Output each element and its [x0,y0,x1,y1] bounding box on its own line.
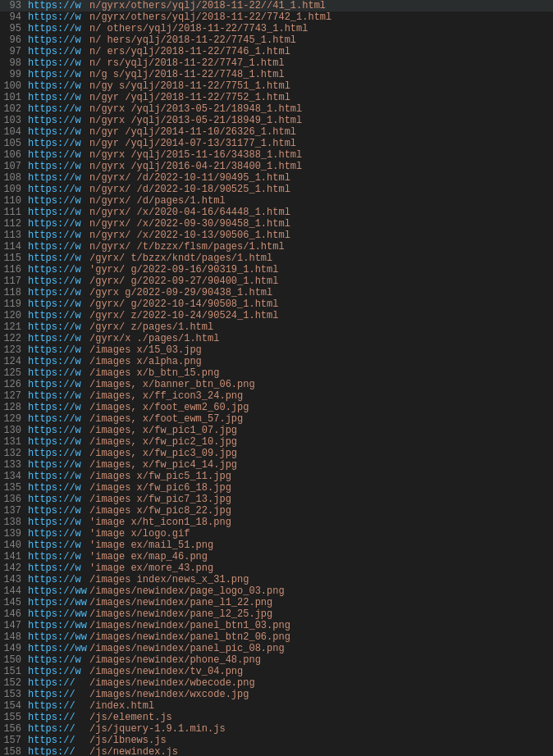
log-path: n/gyr /yqlj/2014-07-13/31177_1.html [89,138,296,149]
log-path: /images/newindex/tv_04.png [89,666,243,677]
table-row[interactable]: 96https://wn/ hers/yqlj/2018-11-22/7745_… [0,34,553,46]
table-row[interactable]: 149https://ww /images/newindex/panel_pic… [0,643,553,654]
log-path: /js/element.js [89,712,172,723]
log-url: https://w [28,505,89,517]
table-row[interactable]: 94https://wn/gyrx/others/yqlj/2018-11-22… [0,11,553,23]
table-row[interactable]: 107https://wn/gyrx /yqlj/2016-04-21/3840… [0,161,553,172]
table-row[interactable]: 113https://wn/gyrx/ /x/2022-10-13/90506_… [0,230,553,241]
log-path: /images/newindex/panel_pic_08.png [89,643,285,654]
table-row[interactable]: 115https://w /gyrx/ t/bzzx/kndt/pages/1.… [0,253,553,264]
table-row[interactable]: 104https://wn/gyr /yqlj/2014-11-10/26326… [0,126,553,138]
table-row[interactable]: 152https:// /images/newindex/wbecode.png [0,677,553,689]
table-row[interactable]: 125https://w /images x/b_btn_15.png [0,367,553,379]
table-row[interactable]: 95https://wn/ others/yqlj/2018-11-22/774… [0,23,553,34]
table-row[interactable]: 128https://w /images, x/foot_ewm2_60.jpg [0,402,553,413]
table-row[interactable]: 110https://wn/gyrx/ /d/pages/1.html [0,195,553,207]
table-row[interactable]: 139https://w 'image x/logo.gif [0,528,553,540]
table-row[interactable]: 126https://w /images, x/banner_btn_06.pn… [0,379,553,390]
log-url: https:// [28,735,89,746]
log-url: https://ww [28,643,89,654]
table-row[interactable]: 143https://w /images index/news_x_31.png [0,574,553,585]
table-row[interactable]: 151https://w /images/newindex/tv_04.png [0,666,553,677]
table-row[interactable]: 109https://wn/gyrx/ /d/2022-10-18/90525_… [0,184,553,195]
line-number: 140 [2,540,28,551]
table-row[interactable]: 141https://w 'image ex/map_46.png [0,551,553,562]
table-row[interactable]: 136https://w /images x/fw_pic7_13.jpg [0,494,553,505]
line-number: 135 [2,482,28,494]
log-url: https://w [28,253,89,264]
log-url: https://w [28,540,89,551]
line-number: 154 [2,700,28,712]
log-path: 'image x/logo.gif [89,528,190,540]
table-row[interactable]: 103https://wn/gyrx /yqlj/2013-05-21/1894… [0,115,553,126]
table-row[interactable]: 133https://w /images, x/fw_pic4_14.jpg [0,459,553,471]
table-row[interactable]: 153https:// /images/newindex/wxcode.jpg [0,689,553,700]
log-url: https://w [28,184,89,195]
table-row[interactable]: 108https://wn/gyrx/ /d/2022-10-11/90495_… [0,172,553,184]
table-row[interactable]: 130https://w /images, x/fw_pic1_07.jpg [0,425,553,436]
table-row[interactable]: 106https://wn/gyrx /yqlj/2015-11-16/3438… [0,149,553,161]
table-row[interactable]: 97https://wn/ ers/yqlj/2018-11-22/7746_1… [0,46,553,57]
table-row[interactable]: 105https://wn/gyr /yqlj/2014-07-13/31177… [0,138,553,149]
table-row[interactable]: 135https://w /images x/fw_pic6_18.jpg [0,482,553,494]
table-row[interactable]: 124https://w /images x/alpha.png [0,356,553,367]
log-path: /images/newindex/panel_btn2_06.png [89,631,290,643]
table-row[interactable]: 150https://w /images/newindex/phone_48.p… [0,654,553,666]
table-row[interactable]: 127https://w /images, x/ff_icon3_24.png [0,390,553,402]
log-url: https:// [28,723,89,735]
log-url: https://w [28,161,89,172]
table-row[interactable]: 129https://w /images, x/foot_ewm_57.jpg [0,413,553,425]
table-row[interactable]: 119https://w /gyrx/ g/2022-10-14/90508_1… [0,298,553,310]
table-row[interactable]: 147https://ww /images/newindex/panel_btn… [0,620,553,631]
log-path: /images/newindex/panel_btn1_03.png [89,620,290,631]
table-row[interactable]: 93https://wn/gyrx/others/yqlj/2018-11-22… [0,0,553,11]
table-row[interactable]: 137https://w /images x/fw_pic8_22.jpg [0,505,553,517]
table-row[interactable]: 138https://w 'image x/ht_icon1_18.png [0,517,553,528]
table-row[interactable]: 132https://w /images, x/fw_pic3_09.jpg [0,448,553,459]
table-row[interactable]: 99https://wn/g s/yqlj/2018-11-22/7748_1.… [0,69,553,80]
table-row[interactable]: 140https://w 'image ex/mail_51.png [0,540,553,551]
log-path: /images x/15_03.jpg [89,344,202,356]
line-number: 149 [2,643,28,654]
line-number: 123 [2,344,28,356]
table-row[interactable]: 112https://wn/gyrx/ /x/2022-09-30/90458_… [0,218,553,230]
log-url: https://w [28,115,89,126]
line-number: 156 [2,723,28,735]
table-row[interactable]: 131https://w /images, x/fw_pic2_10.jpg [0,436,553,448]
table-row[interactable]: 156https:// /js/jquery-1.9.1.min.js [0,723,553,735]
log-path: /js/lbnews.js [89,735,167,746]
table-row[interactable]: 102https://wn/gyrx /yqlj/2013-05-21/1894… [0,103,553,115]
table-row[interactable]: 101https://wn/gyr /yqlj/2018-11-22/7752_… [0,92,553,103]
table-row[interactable]: 100https://wn/gy s/yqlj/2018-11-22/7751_… [0,80,553,92]
table-row[interactable]: 154https:// /index.html [0,700,553,712]
line-number: 110 [2,195,28,207]
log-url: https://w [28,57,89,69]
table-row[interactable]: 144https://ww /images/newindex/page_logo… [0,585,553,597]
table-row[interactable]: 157https:// /js/lbnews.js [0,735,553,746]
table-row[interactable]: 117https://w /gyrx/ g/2022-09-27/90400_1… [0,276,553,287]
table-row[interactable]: 148https://ww /images/newindex/panel_btn… [0,631,553,643]
table-row[interactable]: 116https://w 'gyrx/ g/2022-09-16/90319_1… [0,264,553,276]
table-row[interactable]: 158https:// /js/newindex.js [0,746,553,756]
table-row[interactable]: 145https://ww /images/newindex/pane_l1_2… [0,597,553,608]
table-row[interactable]: 142https://w 'image ex/more_43.png [0,562,553,574]
table-row[interactable]: 134https://w /images x/fw_pic5_11.jpg [0,471,553,482]
log-path: /images/newindex/wbecode.png [89,677,255,689]
line-number: 119 [2,298,28,310]
log-path: /images/newindex/page_logo_03.png [89,585,285,597]
table-row[interactable]: 146https://ww /images/newindex/pane_l2_2… [0,608,553,620]
log-url: https://w [28,448,89,459]
table-row[interactable]: 111https://wn/gyrx/ /x/2020-04-16/64448_… [0,207,553,218]
table-row[interactable]: 122https://w /gyrx/x ./pages/1.html [0,333,553,344]
table-row[interactable]: 120https://w /gyrx/ z/2022-10-24/90524_1… [0,310,553,321]
line-number: 153 [2,689,28,700]
table-row[interactable]: 121https://w /gyrx/ z/pages/1.html [0,321,553,333]
table-row[interactable]: 98https://wn/ rs/yqlj/2018-11-22/7747_1.… [0,57,553,69]
table-row[interactable]: 155https:// /js/element.js [0,712,553,723]
table-row[interactable]: 123https://w /images x/15_03.jpg [0,344,553,356]
table-row[interactable]: 114https://wn/gyrx/ /t/bzzx/flsm/pages/1… [0,241,553,253]
log-url: https://w [28,207,89,218]
log-path: /images, x/ff_icon3_24.png [89,390,243,402]
table-row[interactable]: 118https://w /gyrx g/2022-09-29/90438_1.… [0,287,553,298]
line-number: 129 [2,413,28,425]
